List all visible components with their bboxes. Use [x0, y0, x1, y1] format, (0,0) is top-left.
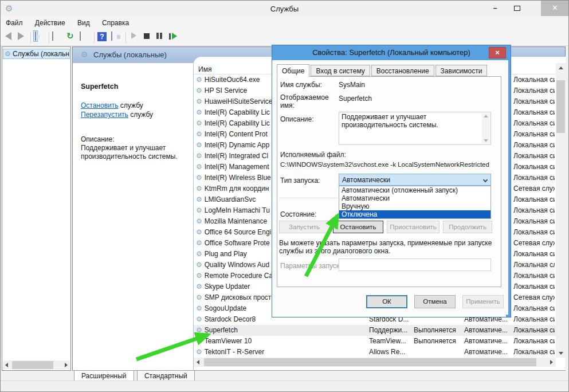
- dropdown-option[interactable]: Автоматически: [339, 194, 490, 202]
- cell-logon-as: Локальная система: [513, 107, 555, 118]
- status-label: Состояние:: [280, 210, 316, 218]
- cell-logon-as: Сетевая служба: [513, 183, 555, 194]
- scroll-up-icon[interactable]: [484, 115, 488, 117]
- menu-help[interactable]: Справка: [97, 17, 134, 29]
- stop-service-icon[interactable]: [144, 33, 150, 39]
- scroll-right-icon[interactable]: [550, 360, 553, 364]
- cell-name: Intel(R) Wireless Blue: [205, 174, 271, 182]
- cell-name: TektonIT - R-Server: [205, 348, 264, 356]
- dialog-tab[interactable]: Вход в систему: [311, 65, 370, 76]
- scroll-thumb[interactable]: [12, 361, 53, 369]
- service-name-label: Имя службы:: [280, 81, 322, 89]
- cell-name: Intel(R) Capability Lic: [205, 108, 270, 116]
- menu-action[interactable]: Действие: [30, 17, 70, 29]
- restart-service-icon[interactable]: [169, 33, 177, 41]
- dialog-tab[interactable]: Восстановление: [371, 65, 434, 76]
- cell-logon-as: Локальная система: [513, 314, 555, 325]
- menu-file[interactable]: Файл: [1, 17, 28, 29]
- tree-hscrollbar[interactable]: [3, 360, 70, 370]
- start-button[interactable]: Запустить: [279, 221, 329, 233]
- cancel-button[interactable]: Отмена: [414, 295, 456, 308]
- exe-path: C:\WINDOWS\system32\svchost.exe -k Local…: [280, 161, 489, 168]
- show-console-tree-icon[interactable]: [34, 31, 37, 41]
- scroll-down-icon[interactable]: [484, 139, 488, 142]
- dropdown-option[interactable]: Вручную: [339, 202, 490, 210]
- cell-status: Выполняется: [414, 325, 464, 336]
- resume-button[interactable]: Продолжить: [443, 221, 492, 233]
- list-hscrollbar[interactable]: [194, 358, 556, 367]
- dropdown-option[interactable]: Автоматически (отложенный запуск): [339, 186, 490, 194]
- cell-logon-as: Локальная система: [513, 249, 555, 260]
- properties-icon[interactable]: [52, 32, 53, 40]
- help-icon[interactable]: ?: [97, 32, 107, 41]
- selected-service-name: Superfetch: [81, 83, 118, 91]
- cell-logon-as: Локальная система: [513, 96, 555, 107]
- forward-icon[interactable]: [18, 32, 24, 40]
- cell-logon-as: Сетевая служба: [513, 238, 555, 249]
- scroll-left-icon[interactable]: [5, 363, 8, 367]
- cell-logon-as: Локальная система: [513, 347, 555, 358]
- export-list-icon[interactable]: [80, 32, 81, 40]
- restart-service-link[interactable]: Перезапустить: [81, 111, 128, 119]
- chevron-down-icon: [483, 178, 488, 182]
- maximize-icon: [514, 6, 520, 11]
- scroll-up-icon[interactable]: [556, 63, 566, 72]
- cell-status: [414, 347, 464, 358]
- cell-startup-type: Автоматиче...: [464, 325, 513, 336]
- scroll-down-icon[interactable]: [556, 348, 566, 358]
- scroll-thumb[interactable]: [204, 358, 536, 366]
- refresh-icon[interactable]: ↻: [66, 31, 74, 41]
- cell-name: Superfetch: [205, 326, 238, 334]
- cell-name: Remote Procedure Ca: [205, 272, 273, 280]
- table-row[interactable]: ⚙TeamViewer 10 TeamView... Выполняется А…: [194, 336, 556, 347]
- service-gear-icon: ⚙: [196, 304, 202, 312]
- table-row[interactable]: ⚙Superfetch Поддержи... Выполняется Авто…: [194, 325, 556, 336]
- menu-view[interactable]: Вид: [72, 17, 95, 29]
- ok-button[interactable]: ОК: [366, 295, 407, 308]
- display-name-label: Отображаемое имя:: [280, 93, 336, 109]
- cell-logon-as: Локальная система: [513, 75, 555, 85]
- cell-name: Skype Updater: [205, 283, 250, 291]
- startup-type-combobox[interactable]: Автоматически: [339, 174, 491, 186]
- minimize-button[interactable]: –: [485, 1, 505, 16]
- description-textarea[interactable]: Поддерживает и улучшает производительнос…: [339, 112, 491, 145]
- close-button[interactable]: ×: [541, 1, 569, 16]
- pause-service-icon[interactable]: [156, 33, 162, 39]
- service-gear-icon: ⚙: [196, 87, 202, 95]
- dialog-body: ОбщиеВход в системуВосстановлениеЗависим…: [272, 60, 506, 317]
- toolbar-separator: [125, 32, 126, 43]
- textarea-scrollbar[interactable]: [482, 113, 490, 144]
- column-header-name[interactable]: Имя: [198, 65, 211, 73]
- startup-type-dropdown: Автоматически (отложенный запуск)Автомат…: [339, 186, 491, 219]
- pause-button[interactable]: Приостановить: [387, 221, 439, 233]
- stop-button[interactable]: Остановить: [333, 221, 383, 233]
- apply-button[interactable]: Применить: [462, 295, 504, 308]
- list-vscrollbar[interactable]: [556, 63, 566, 358]
- scroll-right-icon[interactable]: [65, 363, 68, 367]
- dialog-tab[interactable]: Общие: [277, 64, 309, 77]
- cell-name: Intel(R) Dynamic App: [205, 141, 269, 149]
- startup-params-input[interactable]: [339, 258, 491, 271]
- window-title: Службы: [1, 5, 568, 13]
- scroll-thumb[interactable]: [556, 80, 565, 133]
- service-gear-icon: ⚙: [196, 315, 202, 323]
- table-row[interactable]: ⚙TektonIT - R-Server Allows Re... Автома…: [194, 347, 556, 358]
- service-gear-icon: ⚙: [196, 141, 202, 149]
- start-service-icon[interactable]: [131, 32, 136, 39]
- dialog-close-button[interactable]: ×: [489, 47, 506, 58]
- stop-service-link[interactable]: Остановить: [81, 101, 119, 109]
- status-bar: [1, 381, 568, 392]
- dropdown-option[interactable]: Отключена: [339, 210, 490, 218]
- cell-logon-as: Локальная система: [513, 325, 555, 336]
- scroll-left-icon[interactable]: [197, 360, 199, 364]
- maximize-button[interactable]: [507, 1, 527, 16]
- show-action-pane-icon[interactable]: [111, 32, 112, 40]
- back-icon[interactable]: [5, 32, 11, 40]
- cell-name: Intel(R) Management: [205, 163, 269, 171]
- cell-logon-as: Локальная система: [513, 205, 555, 216]
- tree-root-services[interactable]: ⚙ Службы (локальные): [3, 49, 70, 59]
- dialog-tab[interactable]: Зависимости: [435, 65, 488, 76]
- service-gear-icon: ⚙: [196, 163, 202, 171]
- service-gear-icon: ⚙: [196, 130, 202, 138]
- cell-name: SogouUpdate: [205, 304, 246, 312]
